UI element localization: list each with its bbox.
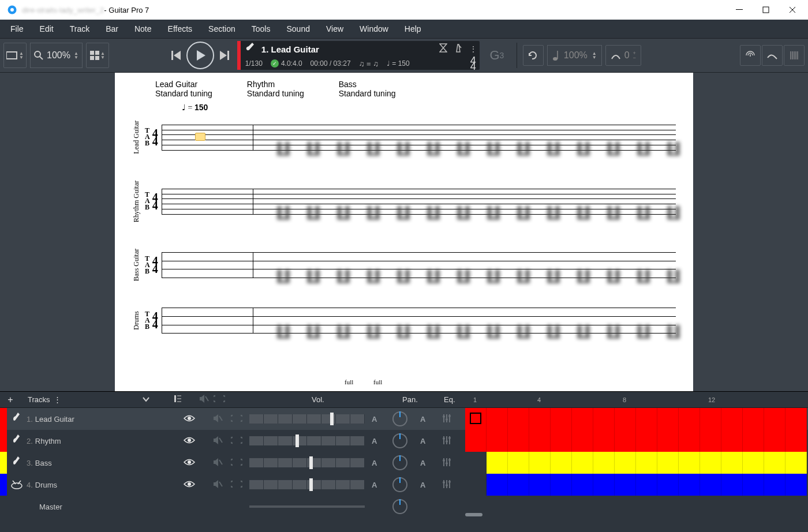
line-in-button[interactable] [762,45,783,66]
track-color [0,408,7,430]
track-timeline[interactable] [465,474,808,496]
pan-knob[interactable] [392,433,407,448]
master-volume-slider[interactable] [249,505,365,508]
header-mute-icon[interactable] [199,394,209,405]
solo-icon[interactable] [231,436,242,447]
pan-auto-icon[interactable]: A [420,459,425,467]
staff-row[interactable]: Rhythm Guitar TAB 44 [132,181,676,222]
menu-bar[interactable]: Bar [98,21,126,37]
metronome-icon[interactable] [454,43,462,55]
volume-slider[interactable] [249,436,365,445]
next-button[interactable] [215,43,234,68]
track-info-panel: 1. Lead Guitar ⋮ 1/130 ✓ 4.0:4.0 00:00 /… [237,41,480,70]
instrument-icon [7,434,27,448]
vol-auto-icon[interactable]: A [372,459,377,467]
staff-row[interactable]: Drums TAB 44 [132,308,676,333]
tuner-button[interactable]: 0 +− [605,45,641,66]
staff-label: Rhythm Guitar [132,181,143,222]
pan-auto-icon[interactable]: A [420,415,425,424]
pan-knob[interactable] [392,411,407,426]
multitrack-icon[interactable] [173,394,182,405]
menu-note[interactable]: Note [126,21,160,37]
menu-help[interactable]: Help [396,21,429,37]
track-row[interactable]: 4. Drums A A [0,474,808,496]
eq-icon[interactable] [442,457,451,469]
menu-file[interactable]: File [2,21,32,37]
master-pan-knob[interactable] [392,499,407,514]
pan-knob[interactable] [392,477,407,492]
volume-slider[interactable] [249,414,365,424]
menu-section[interactable]: Section [200,21,244,37]
minimize-button[interactable] [726,1,753,18]
menu-effects[interactable]: Effects [160,21,201,37]
mute-icon[interactable] [212,414,223,425]
track-timeline[interactable] [465,430,808,452]
track-row[interactable]: 2. Rhythm A A [0,430,808,452]
inst-name-1: Rhythm [247,80,304,89]
track-timeline[interactable] [465,408,808,430]
visibility-icon[interactable] [184,414,195,424]
staff-label: Drums [132,311,143,330]
add-track-button[interactable]: + [3,395,17,405]
countdown-icon[interactable] [439,43,447,55]
fretboard-button[interactable] [784,45,805,66]
mute-icon[interactable] [212,436,223,447]
eq-icon[interactable] [442,413,451,425]
more-icon[interactable]: ⋮ [469,44,477,54]
vol-auto-icon[interactable]: A [372,415,377,424]
vol-auto-icon[interactable]: A [372,437,377,445]
eq-icon[interactable] [442,479,451,491]
visibility-icon[interactable] [184,436,195,446]
svg-line-195 [219,416,222,421]
menu-view[interactable]: View [318,21,351,37]
timeline-scrollbar[interactable] [465,513,482,516]
tracks-menu-icon[interactable]: ⋮ [54,395,61,404]
menu-tools[interactable]: Tools [244,21,279,37]
collapse-icon[interactable] [142,395,150,404]
staff-row[interactable]: Lead Guitar TAB 44 [132,121,676,154]
track-timeline[interactable] [465,452,808,474]
pan-auto-icon[interactable]: A [420,437,425,445]
display-mode-button[interactable]: ▲▼ [3,43,27,68]
mute-icon[interactable] [212,458,223,469]
score-page: Lead GuitarStandard tuning RhythmStandar… [115,73,693,391]
svg-rect-35 [397,153,410,156]
vol-auto-icon[interactable]: A [372,481,377,489]
solo-icon[interactable] [231,414,242,425]
svg-line-203 [219,438,222,443]
note-duration-selector[interactable]: 100% ▲▼ [547,45,602,66]
header-solo-icon[interactable] [214,394,225,405]
solo-icon[interactable] [231,458,242,469]
prev-button[interactable] [167,43,185,68]
track-row[interactable]: 3. Bass A A [0,452,808,474]
eq-icon[interactable] [442,435,451,447]
menu-track[interactable]: Track [62,21,98,37]
close-button[interactable] [779,1,806,18]
menu-edit[interactable]: Edit [32,21,62,37]
pan-knob[interactable] [392,455,407,470]
maximize-button[interactable] [753,1,779,18]
track-row[interactable]: 1. Lead Guitar A A [0,408,808,430]
rse-button[interactable] [740,45,761,66]
track-color [0,452,7,474]
visibility-icon[interactable] [184,480,195,490]
visibility-icon[interactable] [184,458,195,468]
staff-row[interactable]: Bass Guitar TAB 44 [132,249,676,281]
document-area[interactable]: Lead GuitarStandard tuning RhythmStandar… [0,73,808,391]
undo-button[interactable] [523,45,544,66]
solo-icon[interactable] [231,479,242,490]
svg-rect-134 [547,281,560,283]
menu-window[interactable]: Window [351,21,396,37]
volume-slider[interactable] [249,458,365,467]
menu-sound[interactable]: Sound [278,21,317,37]
volume-slider[interactable] [249,480,365,489]
play-button[interactable] [186,42,214,69]
current-track-name: 1. Lead Guitar [261,44,319,54]
layout-button[interactable]: ▲▼ [86,43,109,68]
svg-rect-59 [637,153,650,156]
mute-icon[interactable] [212,479,223,490]
zoom-field[interactable]: 100% ▲▼ [30,43,83,68]
app-icon [7,5,17,15]
master-track-row[interactable]: Master [0,496,808,518]
pan-auto-icon[interactable]: A [420,481,425,489]
